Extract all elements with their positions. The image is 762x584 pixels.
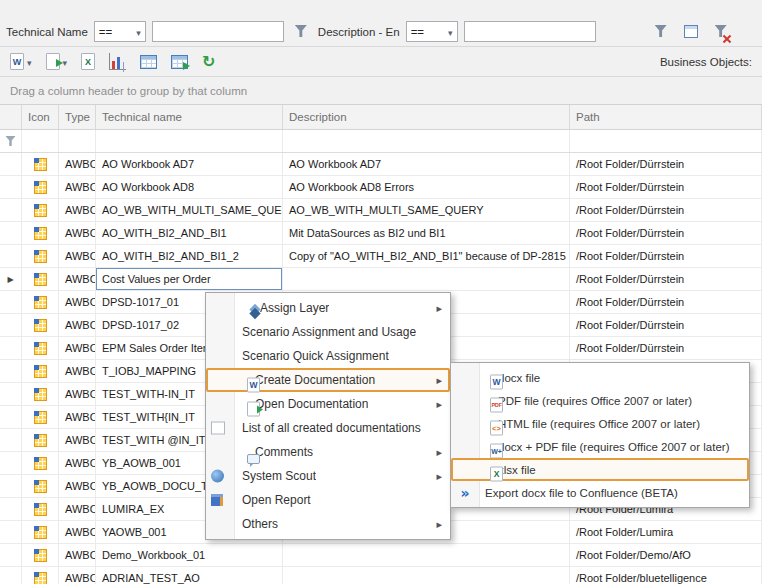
- header-type[interactable]: Type: [59, 105, 96, 129]
- submenu-item[interactable]: xlsx file: [451, 458, 749, 481]
- menu-item-label: Others: [242, 517, 278, 531]
- group-by-bar[interactable]: Drag a column header to group by that co…: [0, 77, 762, 105]
- path-cell: /Root Folder/Dürrstein: [570, 153, 762, 175]
- data-grid-icon: [140, 55, 157, 69]
- filter-cell[interactable]: [570, 130, 762, 152]
- filter-editor-button[interactable]: [680, 20, 702, 42]
- open-documentation-button[interactable]: [44, 50, 70, 74]
- icon-cell: [22, 291, 59, 313]
- submenu-arrow-icon: [436, 397, 442, 411]
- header-icon[interactable]: Icon: [22, 105, 59, 129]
- context-menu-item[interactable]: Scenario Assignment and Usage: [206, 320, 450, 344]
- workbook-icon: [34, 572, 47, 584]
- path-cell: /Root Folder/Dürrstein: [570, 245, 762, 267]
- technical-name-cell[interactable]: AO Workbook AD8: [96, 176, 283, 198]
- path-cell: /Root Folder/Demo/AfO: [570, 544, 762, 566]
- technical-name-filter-input[interactable]: [152, 21, 284, 42]
- context-menu-item[interactable]: Scenario Quick Assignment: [206, 344, 450, 368]
- submenu-item[interactable]: HTML file (requires Office 2007 or later…: [451, 412, 749, 435]
- table-row[interactable]: AWBO ADRIAN_TEST_AO /Root Folder/bluetel…: [0, 567, 762, 584]
- workbook-icon: [34, 526, 47, 539]
- technical-name-cell[interactable]: AO_WB_WITH_MULTI_SAME_QUERY: [96, 199, 283, 221]
- refresh-icon: [202, 54, 215, 70]
- context-menu-item[interactable]: List of all created documentations: [206, 416, 450, 440]
- submenu-item-icon: [456, 484, 474, 501]
- submenu-item[interactable]: docx file: [451, 366, 749, 389]
- table-row[interactable]: AWBO Cost Values per Order /Root Folder/…: [0, 268, 762, 291]
- submenu-arrow-icon: [436, 301, 442, 315]
- clear-filter-button[interactable]: [710, 20, 732, 42]
- icon-cell: [22, 268, 59, 290]
- filter-cell[interactable]: [59, 130, 96, 152]
- menu-item-icon: [247, 454, 260, 464]
- context-menu-item[interactable]: Open Documentation: [206, 392, 450, 416]
- context-menu-item[interactable]: Open Report: [206, 488, 450, 512]
- description-cell: [283, 268, 570, 290]
- menu-item-icon: [247, 377, 260, 392]
- export-grid-icon: [171, 55, 188, 69]
- path-cell: /Root Folder/Dürrstein: [570, 268, 762, 290]
- menu-item-label: Assign Layer: [260, 301, 329, 315]
- chart-button[interactable]: [107, 50, 128, 74]
- context-menu-item[interactable]: Assign Layer: [206, 296, 450, 320]
- submenu-item[interactable]: Export docx file to Confluence (BETA): [451, 481, 749, 504]
- header-path[interactable]: Path: [570, 105, 762, 129]
- export-grid-button[interactable]: [169, 50, 190, 74]
- table-row[interactable]: AWBO Demo_Workbook_01 /Root Folder/Demo/…: [0, 544, 762, 567]
- technical-name-cell[interactable]: AO Workbook AD7: [96, 153, 283, 175]
- submenu-item-icon: [490, 443, 503, 458]
- context-menu-item[interactable]: System Scout: [206, 464, 450, 488]
- table-row[interactable]: AWBO AO Workbook AD7 AO Workbook AD7 /Ro…: [0, 153, 762, 176]
- table-row[interactable]: AWBO AO Workbook AD8 AO Workbook AD8 Err…: [0, 176, 762, 199]
- submenu-item[interactable]: PDF file (requires Office 2007 or later): [451, 389, 749, 412]
- workbook-icon: [34, 434, 47, 447]
- technical-name-operator-select[interactable]: ==: [94, 21, 146, 42]
- menu-item-label: System Scout: [242, 469, 316, 483]
- icon-cell: [22, 452, 59, 474]
- menu-item-icon: [211, 348, 229, 365]
- apply-filter-button[interactable]: [650, 20, 672, 42]
- chevron-down-icon: [136, 25, 141, 39]
- workbook-icon: [34, 480, 47, 493]
- row-indicator: [0, 314, 22, 336]
- header-technical-name[interactable]: Technical name: [96, 105, 283, 129]
- path-cell: /Root Folder/Lumira: [570, 521, 762, 543]
- technical-name-cell[interactable]: AO_WITH_BI2_AND_BI1: [96, 222, 283, 244]
- context-menu-item[interactable]: Others: [206, 512, 450, 536]
- data-grid-button[interactable]: [138, 50, 159, 74]
- description-filter-input[interactable]: [464, 21, 596, 42]
- create-docx-button[interactable]: [8, 50, 34, 74]
- filter-cell[interactable]: [96, 130, 283, 152]
- filter-cell[interactable]: [22, 130, 59, 152]
- submenu-item-label: Export docx file to Confluence (BETA): [485, 487, 678, 499]
- technical-name-cell[interactable]: Cost Values per Order: [96, 268, 283, 290]
- description-operator-select[interactable]: ==: [406, 21, 458, 42]
- technical-name-cell[interactable]: Demo_Workbook_01: [96, 544, 283, 566]
- submenu-arrow-icon: [436, 469, 442, 483]
- technical-name-filter-button[interactable]: [290, 20, 312, 42]
- row-indicator: [0, 245, 22, 267]
- filter-actions: [650, 20, 732, 42]
- menu-item-label: List of all created documentations: [242, 421, 421, 435]
- chart-icon: [109, 53, 126, 70]
- export-xlsx-button[interactable]: [79, 50, 97, 74]
- context-menu-item[interactable]: Create Documentation: [206, 368, 450, 392]
- table-row[interactable]: AWBO AO_WITH_BI2_AND_BI1_2 Copy of "AO_W…: [0, 245, 762, 268]
- row-indicator: [0, 429, 22, 451]
- context-menu-item[interactable]: Comments: [206, 440, 450, 464]
- workbook-icon: [34, 342, 47, 355]
- table-row[interactable]: AWBO AO_WB_WITH_MULTI_SAME_QUERY AO_WB_W…: [0, 199, 762, 222]
- table-row[interactable]: AWBO AO_WITH_BI2_AND_BI1 Mit DataSources…: [0, 222, 762, 245]
- path-cell: /Root Folder/Dürrstein: [570, 291, 762, 313]
- refresh-button[interactable]: [200, 50, 217, 74]
- technical-name-cell[interactable]: ADRIAN_TEST_AO: [96, 567, 283, 584]
- submenu-item-label: docx file: [498, 372, 540, 384]
- technical-name-cell[interactable]: AO_WITH_BI2_AND_BI1_2: [96, 245, 283, 267]
- header-gutter: [0, 105, 22, 129]
- filter-row-gutter[interactable]: [0, 130, 22, 152]
- filter-cell[interactable]: [283, 130, 570, 152]
- create-documentation-submenu: docx file PDF file (requires Office 2007…: [450, 362, 750, 508]
- header-description[interactable]: Description: [283, 105, 570, 129]
- submenu-item[interactable]: docx + PDF file (requires Office 2007 or…: [451, 435, 749, 458]
- menu-item-label: Open Documentation: [255, 397, 368, 411]
